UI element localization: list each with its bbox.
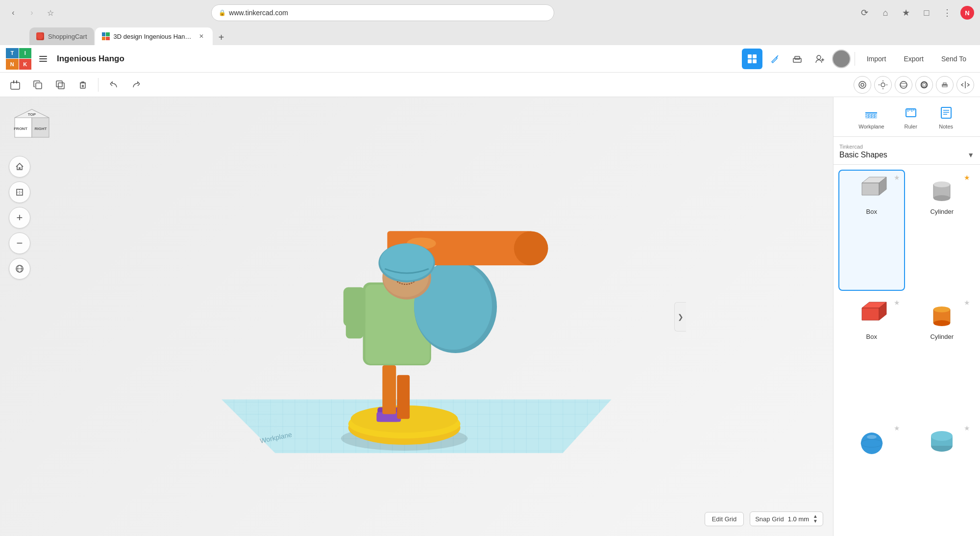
- right-panel: Workplane Ruler: [833, 97, 980, 536]
- notes-button[interactable]: Notes: [932, 101, 960, 132]
- align-button[interactable]: [936, 76, 954, 94]
- svg-point-21: [861, 83, 864, 86]
- snap-arrows: ▲ ▼: [813, 514, 818, 524]
- url-text: www.tinkercad.com: [229, 9, 288, 17]
- camera-view-button[interactable]: [854, 76, 871, 94]
- shape-card-extra[interactable]: ★: [909, 420, 976, 531]
- shape-label-cylinder-grey: Cylinder: [930, 208, 954, 215]
- svg-rect-33: [942, 85, 947, 87]
- dropdown-arrow-icon: ▼: [967, 151, 974, 159]
- svg-point-10: [817, 55, 821, 59]
- light-button[interactable]: [874, 76, 892, 94]
- shape-card-sphere-blue[interactable]: ★: [838, 420, 905, 531]
- grid-view-button[interactable]: [742, 49, 762, 69]
- logo-cell-k: K: [19, 59, 32, 70]
- right-panel-toolbar: Workplane Ruler: [833, 97, 980, 137]
- ruler-button[interactable]: Ruler: [897, 101, 925, 132]
- panel-collapse-handle[interactable]: ❯: [674, 302, 686, 332]
- svg-rect-19: [80, 83, 85, 88]
- svg-point-101: [933, 195, 950, 201]
- star-cylinder-orange[interactable]: ★: [964, 299, 970, 306]
- bookmark-icon[interactable]: ☆: [43, 5, 58, 20]
- tab-shopping[interactable]: ShoppingCart: [29, 27, 94, 45]
- browser-titlebar: ‹ › ☆ 🔒 www.tinkercad.com ⟳ ⌂ ★ □ ⋮ N: [0, 0, 980, 26]
- star-box-grey[interactable]: ★: [894, 174, 900, 181]
- export-button[interactable]: Export: [896, 51, 931, 67]
- svg-point-29: [921, 82, 927, 88]
- shapes-select[interactable]: Basic Shapes ▼: [839, 151, 974, 159]
- svg-rect-5: [753, 54, 757, 58]
- svg-point-22: [881, 83, 885, 87]
- menu-icon[interactable]: ⋮: [940, 5, 955, 20]
- svg-rect-58: [397, 375, 410, 419]
- forward-button[interactable]: ›: [24, 5, 39, 20]
- app-title: Ingenious Hango: [57, 54, 124, 64]
- home-icon[interactable]: ⌂: [878, 5, 893, 20]
- svg-marker-94: [862, 183, 879, 195]
- notes-label: Notes: [939, 124, 953, 129]
- address-bar[interactable]: 🔒 www.tinkercad.com: [211, 4, 554, 21]
- tab-close-button[interactable]: ✕: [197, 32, 206, 41]
- edit-tool-button[interactable]: [764, 49, 785, 69]
- svg-point-121: [931, 431, 953, 441]
- svg-rect-9: [795, 56, 800, 59]
- edit-grid-button[interactable]: Edit Grid: [705, 512, 744, 526]
- svg-point-118: [867, 435, 877, 439]
- edit-toolbar: [0, 73, 980, 97]
- app-menu-button[interactable]: [34, 50, 52, 68]
- shape-label-cylinder-orange: Cylinder: [930, 333, 954, 340]
- extensions-icon[interactable]: ★: [899, 5, 913, 20]
- delete-button[interactable]: [74, 76, 92, 94]
- 3d-scene: Workplane: [0, 97, 833, 536]
- shape-card-box-red[interactable]: ★ Box: [838, 295, 905, 416]
- copy-button[interactable]: [28, 76, 47, 94]
- workplane-label: Workplane: [858, 124, 884, 129]
- shape-card-cylinder-orange[interactable]: ★ Cylinder: [909, 295, 976, 416]
- tab-tinkercad[interactable]: 3D design Ingenious Hang... ✕: [95, 27, 213, 45]
- shopping-favicon: [36, 32, 44, 40]
- browser-avatar[interactable]: N: [960, 6, 974, 20]
- logo-cell-i: I: [19, 48, 32, 59]
- star-extra[interactable]: ★: [964, 424, 970, 432]
- svg-point-70: [514, 231, 548, 265]
- send-to-button[interactable]: Send To: [933, 51, 974, 67]
- redo-button[interactable]: [127, 76, 146, 94]
- svg-rect-1: [39, 56, 47, 57]
- shape-card-cylinder-grey[interactable]: ★ Cylinder: [909, 170, 976, 291]
- refresh-icon[interactable]: ⟳: [858, 5, 872, 20]
- app-toolbar: T I N K Ingenious Hango: [0, 45, 980, 73]
- tab-tinkercad-label: 3D design Ingenious Hang...: [114, 33, 193, 40]
- notes-icon: [937, 104, 955, 122]
- user-avatar[interactable]: [832, 50, 851, 68]
- undo-button[interactable]: [104, 76, 123, 94]
- add-user-button[interactable]: [809, 49, 830, 69]
- viewport[interactable]: FRONT RIGHT TOP: [0, 97, 833, 536]
- new-tab-button[interactable]: +: [214, 29, 229, 45]
- browser-chrome: ‹ › ☆ 🔒 www.tinkercad.com ⟳ ⌂ ★ □ ⋮ N Sh…: [0, 0, 980, 45]
- star-box-red[interactable]: ★: [894, 299, 900, 306]
- torus-button[interactable]: [915, 76, 933, 94]
- svg-rect-2: [39, 58, 47, 59]
- svg-rect-17: [56, 81, 62, 87]
- ruler-label: Ruler: [905, 124, 917, 129]
- bottom-controls: Edit Grid Snap Grid 1.0 mm ▲ ▼: [705, 511, 823, 526]
- svg-point-0: [37, 33, 43, 39]
- snap-decrease-button[interactable]: ▼: [813, 519, 818, 524]
- svg-point-27: [900, 81, 907, 88]
- build-button[interactable]: [787, 49, 808, 69]
- svg-rect-13: [11, 82, 20, 89]
- toolbar-right: Import Export Send To: [742, 49, 974, 69]
- star-sphere-blue[interactable]: ★: [894, 424, 900, 432]
- workplane-button[interactable]: Workplane: [854, 101, 889, 132]
- duplicate-button[interactable]: [51, 76, 70, 94]
- app-container: T I N K Ingenious Hango: [0, 45, 980, 536]
- mirror-button[interactable]: [956, 76, 974, 94]
- shape-card-box-grey[interactable]: ★ Box: [838, 170, 905, 291]
- back-button[interactable]: ‹: [6, 5, 21, 20]
- downloads-icon[interactable]: □: [919, 5, 934, 20]
- sphere-select-button[interactable]: [895, 76, 912, 94]
- browser-tabs: ShoppingCart 3D design Ingenious Hang...…: [0, 26, 980, 45]
- import-button[interactable]: Import: [859, 51, 894, 67]
- add-shape-button[interactable]: [6, 76, 24, 94]
- star-cylinder-grey[interactable]: ★: [964, 174, 970, 181]
